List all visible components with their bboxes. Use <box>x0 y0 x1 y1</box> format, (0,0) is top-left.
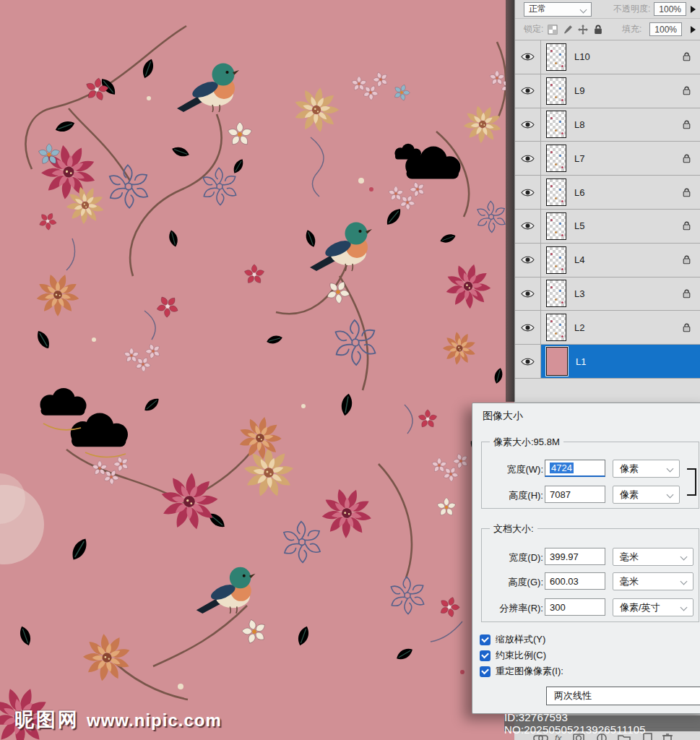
stock-id-bar: ID:32767593 NO:20250505213926511105 <box>504 715 700 731</box>
doc-height-label: 高度(G): <box>483 576 543 589</box>
layer-thumbnail[interactable] <box>546 178 566 206</box>
layer-thumbnail[interactable] <box>546 111 566 138</box>
chevron-down-icon <box>580 6 587 13</box>
scale-styles-label: 缩放样式(Y) <box>496 633 545 646</box>
lock-pixels-icon[interactable] <box>563 25 573 35</box>
checkbox-checked-icon[interactable] <box>480 666 491 677</box>
layer-thumbnail[interactable] <box>546 280 566 307</box>
doc-height-input[interactable]: 600.03 <box>545 572 605 590</box>
opacity-value[interactable]: 100% <box>654 2 686 16</box>
dialog-title: 图像大小 <box>483 410 523 423</box>
layer-row[interactable]: L4 <box>515 244 700 278</box>
layer-lock-icon <box>683 52 691 61</box>
image-size-dialog: 图像大小 像素大小:95.8M 宽度(W): 4724 像素 高度(H): 70… <box>472 403 700 714</box>
resolution-input[interactable]: 300 <box>545 598 605 616</box>
delete-layer-icon <box>664 736 671 740</box>
pixel-height-unit-select[interactable]: 像素 <box>613 486 680 504</box>
scale-styles-checkbox-row[interactable]: 缩放样式(Y) <box>480 633 545 646</box>
layer-thumbnail[interactable] <box>546 314 566 341</box>
layer-name: L3 <box>574 288 584 299</box>
watermark: 昵图网 www.nipic.com <box>14 707 222 733</box>
watermark-brand: 昵图网 <box>14 707 79 733</box>
layer-name: L2 <box>574 322 584 333</box>
layer-thumbnail[interactable] <box>546 145 566 172</box>
stock-id-text: ID:32767593 NO:20250505213926511105 <box>504 711 700 736</box>
layer-row[interactable]: L9 <box>515 74 700 108</box>
pixel-width-unit-select[interactable]: 像素 <box>613 460 680 478</box>
link-dimensions-bracket <box>687 468 696 496</box>
layer-name: L5 <box>574 220 584 231</box>
layer-row-selected[interactable]: L1 <box>515 345 700 379</box>
checkbox-checked-icon[interactable] <box>480 650 491 661</box>
layer-row[interactable]: L3 <box>515 278 700 311</box>
fill-value[interactable]: 100% <box>649 22 682 36</box>
branch-strokes <box>26 26 506 700</box>
lock-transparency-icon[interactable] <box>548 25 558 35</box>
chevron-down-icon <box>667 465 674 473</box>
visibility-toggle[interactable] <box>515 142 541 175</box>
visibility-toggle[interactable] <box>515 345 541 378</box>
layer-name: L10 <box>574 51 590 62</box>
visibility-toggle[interactable] <box>515 108 541 142</box>
layer-row[interactable]: L5 <box>515 210 700 244</box>
layer-lock-icon <box>683 221 691 231</box>
lock-position-icon[interactable] <box>578 25 588 35</box>
canvas-panel-gutter <box>506 0 514 402</box>
chevron-down-icon <box>680 604 688 611</box>
tendril-strokes <box>66 137 462 642</box>
chevron-down-icon <box>680 554 688 561</box>
doc-width-label: 宽度(D): <box>483 551 543 564</box>
visibility-toggle[interactable] <box>515 311 541 344</box>
pixel-size-legend: 像素大小:95.8M <box>490 436 563 449</box>
resample-image-checkbox-row[interactable]: 重定图像像素(I): <box>480 665 563 678</box>
layer-thumbnail[interactable] <box>546 347 568 376</box>
layer-lock-icon <box>683 188 691 197</box>
lock-label: 锁定: <box>524 23 543 35</box>
layer-row[interactable]: L8 <box>515 108 700 142</box>
blend-mode-row: 正常 不透明度: 100% <box>515 0 700 19</box>
layer-name: L7 <box>574 153 584 164</box>
doc-height-unit-select[interactable]: 毫米 <box>613 572 693 590</box>
checkbox-checked-icon[interactable] <box>480 634 491 645</box>
layer-row[interactable]: L7 <box>515 142 700 176</box>
layer-thumbnail[interactable] <box>546 212 566 240</box>
layer-lock-icon <box>683 323 691 332</box>
resample-method-select[interactable]: 两次线性 <box>546 687 700 705</box>
layer-lock-icon <box>683 154 691 163</box>
document-canvas <box>0 0 514 740</box>
visibility-toggle[interactable] <box>515 40 541 74</box>
pixel-width-label: 宽度(W): <box>483 463 543 476</box>
resolution-label: 分辨率(R): <box>475 602 543 615</box>
opacity-flyout-icon[interactable] <box>691 6 696 13</box>
chevron-down-icon <box>667 491 674 499</box>
doc-width-input[interactable]: 399.97 <box>545 548 605 565</box>
layer-thumbnail[interactable] <box>546 77 566 105</box>
doc-width-unit-select[interactable]: 毫米 <box>613 548 693 566</box>
visibility-toggle[interactable] <box>515 176 541 209</box>
visibility-toggle[interactable] <box>515 278 541 311</box>
pixel-height-input[interactable]: 7087 <box>545 486 605 503</box>
layer-row[interactable]: L2 <box>515 311 700 345</box>
blend-mode-select[interactable]: 正常 <box>524 2 592 17</box>
resolution-unit-select[interactable]: 像素/英寸 <box>613 598 693 616</box>
layer-row[interactable]: L10 <box>515 40 700 74</box>
visibility-toggle[interactable] <box>515 74 541 108</box>
group-icon <box>618 736 630 740</box>
fill-flyout-icon[interactable] <box>691 26 696 33</box>
layer-row[interactable]: L6 <box>515 176 700 210</box>
layer-lock-icon <box>683 86 691 95</box>
constrain-proportions-checkbox-row[interactable]: 约束比例(C) <box>480 649 546 662</box>
pixel-width-input[interactable]: 4724 <box>545 460 605 477</box>
visibility-toggle[interactable] <box>515 244 541 277</box>
blend-mode-value: 正常 <box>529 3 546 15</box>
layer-thumbnail[interactable] <box>546 246 566 274</box>
bud-dots <box>92 96 464 689</box>
layer-lock-icon <box>683 289 691 298</box>
layer-list: L10 L9 L8 L7 L6 <box>515 40 700 379</box>
fill-label: 填充: <box>622 23 641 35</box>
chevron-down-icon <box>680 578 688 585</box>
visibility-toggle[interactable] <box>515 210 541 243</box>
layer-thumbnail[interactable] <box>546 43 566 71</box>
layer-name: L9 <box>574 85 584 96</box>
lock-all-icon[interactable] <box>593 25 603 35</box>
